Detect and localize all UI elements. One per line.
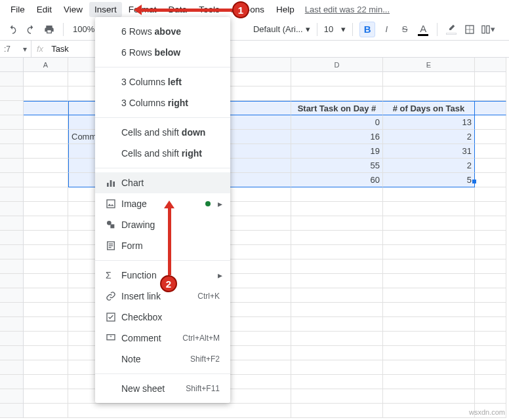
text-color-button[interactable]: A — [416, 22, 430, 37]
font-family-select[interactable]: Default (Ari... ▾ — [253, 24, 310, 34]
grid-row — [0, 245, 509, 259]
row-header[interactable] — [0, 115, 24, 130]
row-header[interactable] — [0, 303, 24, 317]
insert-form[interactable]: Form — [95, 235, 230, 256]
undo-icon[interactable] — [5, 22, 20, 37]
last-edit-link[interactable]: Last edit was 22 min — [305, 5, 390, 14]
row-header[interactable] — [0, 86, 24, 101]
cell[interactable]: 19 — [291, 144, 383, 159]
selection-handle[interactable] — [472, 180, 476, 183]
redo-icon[interactable] — [24, 22, 38, 37]
link-icon — [106, 291, 121, 301]
svg-rect-8 — [110, 224, 114, 228]
insert-new-sheet[interactable]: New sheetShift+F11 — [95, 378, 230, 399]
row-header[interactable] — [0, 72, 24, 86]
row-header[interactable] — [0, 144, 24, 159]
row-header[interactable] — [0, 159, 24, 173]
grid-row — [0, 216, 509, 231]
row-header[interactable] — [0, 346, 24, 360]
menu-help[interactable]: Help — [271, 2, 300, 17]
row-header[interactable] — [0, 288, 24, 303]
col-header-e[interactable]: E — [383, 58, 475, 72]
grid-row — [0, 346, 509, 360]
row-header[interactable] — [0, 360, 24, 375]
col-header-d[interactable]: D — [291, 58, 383, 72]
grid-row: Commence162 — [0, 130, 509, 144]
row-header[interactable] — [0, 332, 24, 346]
insert-image[interactable]: Image▸ — [95, 193, 230, 214]
chart-icon — [106, 178, 121, 188]
cell[interactable]: 31 — [383, 144, 475, 159]
insert-note[interactable]: NoteShift+F2 — [95, 349, 230, 370]
row-header[interactable] — [0, 231, 24, 245]
drawing-icon — [106, 220, 121, 230]
annotation-arrow-2 — [168, 203, 171, 275]
cell[interactable]: 5 — [383, 173, 475, 187]
menu-file[interactable]: File — [5, 2, 30, 17]
grid-row — [0, 389, 509, 404]
cell[interactable]: 55 — [291, 159, 383, 173]
svg-rect-6 — [107, 200, 115, 208]
print-icon[interactable] — [42, 22, 56, 37]
cell[interactable]: # of Days on Task — [383, 101, 475, 115]
menu-insert[interactable]: Insert — [89, 2, 122, 17]
insert-cols-right[interactable]: 3 Columns right — [95, 92, 230, 113]
bold-button[interactable]: B — [359, 22, 375, 37]
row-header[interactable] — [0, 245, 24, 259]
insert-cols-left[interactable]: 3 Columns left — [95, 71, 230, 92]
toolbar: 100% ▾ Default (Ari... ▾ 10▾ B I S A ▾ — [0, 18, 509, 41]
row-header[interactable] — [0, 130, 24, 144]
row-header[interactable] — [0, 259, 24, 274]
cell[interactable]: 2 — [383, 130, 475, 144]
insert-rows-below[interactable]: 6 Rows below — [95, 42, 230, 63]
checkbox-icon — [106, 312, 121, 322]
grid-row — [0, 360, 509, 375]
insert-comment[interactable]: CommentCtrl+Alt+M — [95, 328, 230, 349]
grid-row — [0, 317, 509, 332]
col-header-a[interactable]: A — [24, 58, 68, 72]
row-header[interactable] — [0, 375, 24, 389]
watermark: wsxdn.com — [469, 408, 505, 416]
row-header[interactable] — [0, 202, 24, 216]
insert-rows-above[interactable]: 6 Rows above — [95, 21, 230, 42]
formula-input[interactable]: Task — [49, 44, 71, 54]
row-header[interactable] — [0, 389, 24, 404]
borders-button[interactable] — [462, 22, 477, 37]
insert-chart[interactable]: Chart — [95, 172, 230, 193]
cell[interactable]: 0 — [291, 115, 383, 130]
cell[interactable]: 13 — [383, 115, 475, 130]
name-box[interactable]: :7 ▾ — [0, 41, 31, 57]
font-size-select[interactable]: 10▾ — [324, 24, 346, 34]
grid-row — [0, 259, 509, 274]
insert-drawing[interactable]: Drawing — [95, 214, 230, 235]
row-header[interactable] — [0, 404, 24, 418]
cell[interactable]: Start Task on Day # — [291, 101, 383, 115]
cell[interactable]: 2 — [383, 159, 475, 173]
merge-button[interactable]: ▾ — [481, 22, 495, 37]
row-header[interactable] — [0, 274, 24, 288]
italic-button[interactable]: I — [379, 22, 394, 37]
grid-row — [0, 72, 509, 86]
annotation-arrow-1 — [136, 9, 232, 12]
comment-icon — [106, 333, 121, 343]
menu-view[interactable]: View — [58, 2, 88, 17]
menu-edit[interactable]: Edit — [31, 2, 57, 17]
chevron-right-icon: ▸ — [218, 199, 222, 209]
strikethrough-button[interactable]: S — [397, 22, 412, 37]
select-all-corner[interactable] — [0, 58, 24, 72]
cell[interactable]: 60 — [291, 173, 383, 187]
insert-cells-shift-down[interactable]: Cells and shift down — [95, 122, 230, 143]
row-header[interactable] — [0, 101, 24, 115]
cell[interactable]: 16 — [291, 130, 383, 144]
row-header[interactable] — [0, 216, 24, 231]
insert-checkbox[interactable]: Checkbox — [95, 307, 230, 328]
grid-row — [0, 187, 509, 202]
row-header[interactable] — [0, 187, 24, 202]
annotation-badge-1: 1 — [232, 1, 249, 18]
insert-cells-shift-right[interactable]: Cells and shift right — [95, 143, 230, 164]
col-header-f[interactable] — [475, 58, 506, 72]
fill-color-button[interactable] — [444, 22, 458, 37]
row-header[interactable] — [0, 173, 24, 187]
grid-row — [0, 404, 509, 418]
row-header[interactable] — [0, 317, 24, 332]
